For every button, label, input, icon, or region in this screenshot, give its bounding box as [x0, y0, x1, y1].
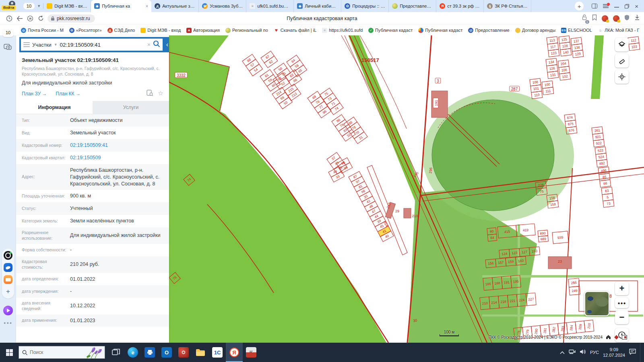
satellite-minimap[interactable] — [584, 291, 609, 316]
bookmark-item[interactable]: Digit МЭВ - вход — [138, 27, 183, 34]
identify-target-button[interactable] — [615, 70, 629, 84]
taskbar-app-redapp[interactable] — [175, 343, 192, 362]
extension-icon[interactable] — [602, 15, 608, 22]
map-parcel-block[interactable]: 4966566 — [598, 167, 611, 187]
map-parcel-block[interactable]: 215213 — [284, 84, 301, 101]
downloads-icon[interactable] — [634, 14, 640, 22]
volume-icon[interactable] — [580, 349, 586, 356]
map-parcel-block[interactable]: 523524492 — [595, 147, 608, 167]
taskbar-app-outlook[interactable]: O — [158, 343, 175, 362]
zoom-in-button[interactable]: + — [615, 282, 629, 295]
map-parcel-block[interactable]: 113117123 — [547, 37, 559, 57]
bookmark-item[interactable]: ДСЭД Дело — [105, 27, 138, 34]
category-chevron-icon[interactable]: ▼ — [54, 43, 58, 47]
browser-tab[interactable]: дАктуальные заяв — [151, 0, 199, 12]
map-parcel-block[interactable]: 939 — [552, 231, 568, 244]
show-desktop-sliver[interactable] — [640, 343, 642, 362]
history-icon[interactable] — [4, 13, 14, 24]
attribute-value[interactable]: 02:19:150509:41 — [70, 142, 169, 149]
back-button[interactable] — [14, 13, 25, 24]
map-parcel-block[interactable]: 112103 — [628, 37, 640, 51]
tray-chevron-up-icon[interactable] — [560, 349, 565, 356]
network-icon[interactable] — [569, 349, 576, 356]
layers-button[interactable] — [615, 38, 629, 51]
panel-collapse-chevron[interactable]: ‹ — [166, 41, 168, 48]
adblock-shield-icon[interactable] — [624, 14, 630, 22]
tab-services[interactable]: Услуги — [93, 101, 169, 114]
zoom-out-button[interactable]: − — [615, 311, 629, 324]
tab-count-square[interactable]: 10 — [3, 28, 13, 37]
browser-tab[interactable]: §ЗК РФ Статья 39. — [484, 0, 531, 12]
clock[interactable]: 9:09 12.07.2024 — [603, 347, 625, 358]
marker-icon[interactable] — [614, 335, 619, 339]
map-parcel-block[interactable]: 890889 — [538, 230, 548, 242]
browser-tab[interactable]: Digit МЭВ - вход — [43, 0, 91, 12]
bookmark-item[interactable]: @Предоставление — [466, 27, 512, 34]
browser-menu-icon[interactable] — [603, 4, 609, 8]
bookmark-item[interactable]: ≡https://ufk01.sufd — [320, 27, 365, 34]
browser-tab[interactable]: ≡ufk01.sufd.budge — [246, 0, 294, 12]
bookmark-item[interactable]: ♥Скачать файл | iL — [271, 27, 319, 34]
search-category[interactable]: Участки — [32, 42, 52, 48]
maximize-button[interactable] — [625, 4, 629, 8]
map-canvas[interactable]: 8546857546762645665585561596053526386214… — [169, 35, 644, 343]
url-field[interactable]: pkk.rosreestr.ru — [47, 14, 95, 23]
reload-button[interactable] — [35, 13, 46, 24]
notification-center-icon[interactable] — [629, 349, 636, 356]
bookmark-item[interactable]: Публичная кадаст — [416, 27, 465, 34]
tab-counter[interactable]: 10 — [23, 3, 35, 9]
zoom-more-button[interactable]: ●●● — [615, 298, 629, 308]
side-panel-icon[interactable] — [592, 4, 597, 8]
map-parcel-block[interactable]: 134126131 — [546, 58, 559, 79]
attribute-value[interactable]: 02:19:150509 — [70, 154, 169, 161]
bookmark-item[interactable]: ✿«Росэлторг» — [67, 27, 104, 34]
tab-information[interactable]: Информация — [16, 101, 93, 114]
map-parcel-block[interactable]: 685754 — [242, 54, 262, 76]
bookmark-item[interactable]: ◍Почта России - М — [19, 27, 66, 34]
browser-tab[interactable]: ◆Публичная ка× — [91, 0, 151, 12]
protect-counter-icon[interactable]: 1 — [582, 14, 587, 22]
bookmark-item[interactable]: Договор аренды — [513, 27, 558, 34]
taskbar-search[interactable] — [19, 346, 105, 359]
add-service-button[interactable]: + — [4, 287, 12, 296]
yandex-mail-icon[interactable] — [4, 275, 12, 284]
map-parcel-block[interactable]: 100111 — [542, 81, 554, 95]
bookmark-item[interactable]: ✓Публичная кадаст — [366, 27, 415, 34]
new-tab-button[interactable]: + — [575, 2, 584, 10]
browser-tab[interactable]: MУсманова Зубарж — [199, 0, 246, 12]
doc-search-icon[interactable] — [147, 90, 153, 98]
bookmark-item[interactable]: ESELSCHOOL — [559, 27, 594, 34]
map-parcel-block[interactable]: 63573 — [601, 187, 614, 208]
plan-kk-link[interactable]: План КК → — [56, 91, 80, 97]
sidebar-more-icon[interactable]: ●●● — [4, 321, 12, 325]
minimize-button[interactable] — [614, 4, 619, 8]
tab-list-chevron-icon[interactable]: ▼ — [35, 4, 43, 8]
profile-login[interactable]: Войти — [0, 0, 23, 12]
bookmark-item[interactable]: Региональный по — [223, 27, 270, 34]
screenshot-camera-icon[interactable] — [4, 43, 12, 51]
taskbar-app-edge[interactable]: e — [124, 343, 141, 362]
menu-hamburger-icon[interactable] — [23, 41, 30, 48]
map-parcel-block[interactable]: 125128140 — [559, 36, 572, 56]
tab-close-icon[interactable]: × — [146, 4, 148, 8]
taskbar-app-consultant[interactable] — [243, 343, 260, 362]
start-button[interactable] — [0, 343, 19, 362]
taskbar-app-yandex[interactable]: Я — [226, 343, 243, 362]
taskbar-app-task-view[interactable] — [107, 343, 124, 362]
home-icon[interactable] — [606, 335, 611, 339]
recorder-icon[interactable] — [4, 251, 12, 260]
close-button[interactable]: × — [635, 3, 638, 10]
map-parcel-block[interactable]: 261921922 — [592, 127, 605, 147]
bookmark-item[interactable]: ААвторизация — [184, 27, 222, 34]
browser-tab[interactable]: ◆Личный кабинет — [294, 0, 341, 12]
browser-tab[interactable]: ✿Процедуры :: Им — [341, 0, 389, 12]
map-parcel-block[interactable]: 674675676 — [564, 114, 577, 134]
clear-search-icon[interactable]: × — [147, 41, 151, 48]
cadastral-map[interactable]: 8546857546762645665585561596053526386214… — [169, 35, 644, 343]
map-parcel-block[interactable]: 108101110 — [530, 78, 543, 99]
taskbar-app-print[interactable] — [141, 343, 158, 362]
yandex-disk-icon[interactable] — [4, 263, 12, 272]
bookmark-item[interactable]: ◍ — [643, 27, 644, 34]
taskbar-app-onec[interactable]: 1С — [209, 343, 226, 362]
extension-icon[interactable] — [613, 15, 619, 22]
